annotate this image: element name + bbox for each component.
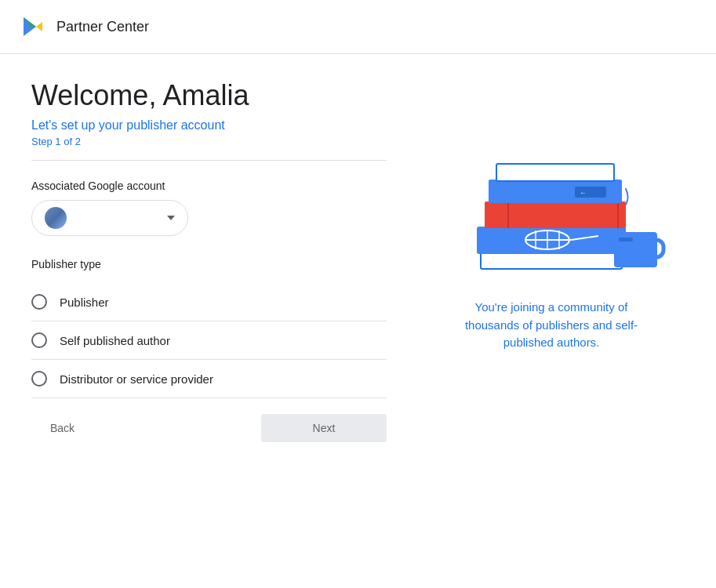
svg-rect-17 (496, 164, 614, 181)
radio-option-distributor[interactable]: Distributor or service provider (31, 360, 387, 398)
svg-rect-20 (619, 238, 633, 241)
left-panel: Welcome, Amalia Let's set up your publis… (31, 79, 387, 442)
right-panel: ← You're joining a community of thousand… (418, 79, 685, 442)
svg-text:←: ← (580, 189, 587, 197)
radio-option-self-published[interactable]: Self published author (31, 321, 387, 360)
welcome-title: Welcome, Amalia (31, 79, 387, 112)
svg-rect-3 (481, 252, 622, 269)
button-row: Back Next (31, 414, 387, 442)
back-button[interactable]: Back (31, 414, 93, 442)
radio-self-published[interactable] (31, 332, 47, 348)
radio-distributor-label: Distributor or service provider (60, 372, 213, 386)
radio-distributor[interactable] (31, 371, 47, 387)
app-header: Partner Center (0, 0, 716, 54)
app-title: Partner Center (56, 19, 149, 35)
account-section-label: Associated Google account (31, 180, 387, 192)
google-account-dropdown[interactable] (31, 200, 188, 236)
subtitle: Let's set up your publisher account (31, 118, 387, 132)
svg-marker-2 (36, 22, 42, 31)
publisher-type-label: Publisher type (31, 258, 387, 270)
radio-option-publisher[interactable]: Publisher (31, 283, 387, 321)
svg-rect-11 (485, 201, 626, 228)
divider-top (31, 160, 387, 161)
main-container: Welcome, Amalia Let's set up your publis… (0, 54, 716, 467)
next-button[interactable]: Next (261, 414, 387, 442)
radio-publisher-label: Publisher (60, 296, 109, 309)
avatar-image (45, 207, 67, 229)
step-label: Step 1 of 2 (31, 136, 387, 147)
illustration-caption: You're joining a community of thousands … (449, 299, 653, 352)
radio-self-published-label: Self published author (60, 334, 170, 347)
chevron-down-icon (167, 216, 175, 220)
radio-publisher[interactable] (31, 294, 47, 310)
partner-center-logo-icon (19, 13, 47, 41)
books-illustration: ← (434, 111, 669, 283)
avatar (45, 207, 67, 229)
